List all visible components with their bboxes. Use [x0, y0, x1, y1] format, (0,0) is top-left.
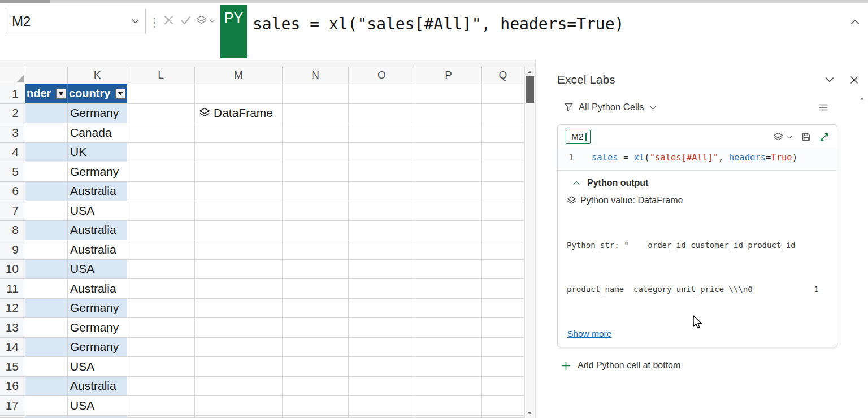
row-number[interactable]: 8	[0, 221, 25, 241]
row-number[interactable]: 12	[0, 299, 25, 319]
grid-cell[interactable]	[349, 396, 415, 416]
grid-cell[interactable]	[127, 279, 195, 299]
card-type-icon[interactable]	[773, 132, 783, 142]
grid-cell[interactable]	[482, 357, 524, 377]
grid-cell[interactable]	[482, 240, 524, 260]
grid-cell[interactable]	[195, 162, 283, 182]
grid-cell[interactable]	[127, 182, 195, 202]
vertical-scrollbar[interactable]	[524, 67, 535, 418]
grid-cell[interactable]	[482, 377, 524, 397]
grid-cell[interactable]	[25, 182, 68, 202]
grid-cell[interactable]	[25, 240, 68, 260]
row-number[interactable]: 3	[0, 123, 25, 143]
code-editor[interactable]: 1 sales = xl("sales[#All]", headers=True…	[558, 148, 837, 170]
grid-cell[interactable]	[415, 396, 482, 416]
row-number[interactable]: 16	[0, 377, 25, 397]
grid-cell[interactable]	[415, 221, 482, 241]
grid-cell[interactable]	[127, 260, 195, 280]
grid-cell[interactable]	[25, 104, 68, 124]
grid-cell[interactable]	[195, 377, 283, 397]
grid-cell[interactable]: USA	[68, 357, 127, 377]
grid-cell[interactable]	[195, 143, 283, 163]
grid-cell[interactable]	[25, 318, 68, 338]
grid-cell[interactable]	[349, 182, 415, 202]
grid-cell[interactable]	[482, 84, 524, 104]
grid-cell[interactable]	[349, 221, 415, 241]
grid-cell[interactable]	[25, 396, 68, 416]
grid-cell[interactable]	[25, 377, 68, 397]
grid-cell[interactable]	[349, 377, 415, 397]
grid-cell[interactable]	[127, 84, 195, 104]
overflow-menu-icon[interactable]	[818, 102, 828, 112]
save-icon[interactable]	[801, 132, 811, 142]
grid-cell[interactable]	[283, 162, 349, 182]
grid-cell[interactable]	[127, 377, 195, 397]
grid-cell[interactable]	[195, 221, 283, 241]
table-header-gender[interactable]: nder	[25, 84, 68, 104]
grid-cell[interactable]	[25, 416, 68, 418]
grid-cell[interactable]	[349, 416, 415, 418]
grid-cell[interactable]	[195, 396, 283, 416]
grid-cell[interactable]	[415, 260, 482, 280]
grid-cell[interactable]	[415, 338, 482, 358]
grid-cell[interactable]	[415, 318, 482, 338]
formula-bar-collapse-icon[interactable]	[850, 17, 860, 27]
grid-cell[interactable]	[349, 318, 415, 338]
grid-cell[interactable]	[127, 201, 195, 221]
grid-cell[interactable]	[127, 143, 195, 163]
grid-cell[interactable]	[283, 143, 349, 163]
grid-cell[interactable]	[482, 338, 524, 358]
table-header-country[interactable]: country	[68, 84, 127, 104]
grid-cell[interactable]: USA	[68, 396, 127, 416]
grid-cell[interactable]	[349, 84, 415, 104]
grid-cell[interactable]	[482, 318, 524, 338]
grid-cell[interactable]	[349, 357, 415, 377]
grid-cell[interactable]	[127, 318, 195, 338]
column-header-P[interactable]: P	[415, 67, 482, 84]
python-cells-filter[interactable]: All Python Cells	[564, 102, 657, 112]
gender-filter-button[interactable]	[56, 89, 66, 99]
card-type-dropdown-icon[interactable]	[787, 134, 793, 140]
grid-cell[interactable]	[25, 143, 68, 163]
name-box-dropdown-icon[interactable]	[131, 17, 140, 25]
grid-cell[interactable]	[127, 299, 195, 319]
grid-cell[interactable]	[127, 357, 195, 377]
column-header-Q[interactable]: Q	[482, 67, 524, 84]
grid-cell[interactable]	[283, 318, 349, 338]
grid-cell[interactable]	[482, 221, 524, 241]
grid-cell[interactable]	[25, 279, 68, 299]
grid-cell[interactable]	[127, 416, 195, 418]
grid-cell[interactable]: Germany	[68, 318, 127, 338]
grid-cell[interactable]	[415, 240, 482, 260]
grid-cell[interactable]	[25, 162, 68, 182]
grid-cell[interactable]	[415, 162, 482, 182]
row-number[interactable]: 15	[0, 357, 25, 377]
grid-cell[interactable]: USA	[68, 201, 127, 221]
grid-cell[interactable]	[127, 104, 195, 124]
panel-close-icon[interactable]	[849, 75, 859, 85]
row-number[interactable]: 13	[0, 318, 25, 338]
grid-cell[interactable]	[127, 162, 195, 182]
scroll-down-arrow[interactable]	[525, 408, 535, 418]
grid-cell[interactable]: Australia	[68, 279, 127, 299]
grid-cell[interactable]	[127, 123, 195, 143]
grid-cell[interactable]	[482, 143, 524, 163]
grid-cell[interactable]: Australia	[68, 182, 127, 202]
grid-cell[interactable]	[195, 318, 283, 338]
grid-cell[interactable]	[349, 143, 415, 163]
grid-cell[interactable]	[195, 416, 283, 418]
python-object-dropdown-icon[interactable]	[209, 18, 215, 24]
grid-cell[interactable]	[283, 357, 349, 377]
row-number[interactable]: 17	[0, 396, 25, 416]
add-python-cell-button[interactable]: Add Python cell at bottom	[561, 360, 868, 371]
panel-scroll-up-arrow[interactable]	[859, 95, 865, 102]
grid-cell[interactable]	[283, 201, 349, 221]
grid-cell[interactable]	[127, 240, 195, 260]
grid-cell[interactable]	[482, 201, 524, 221]
grid-cell[interactable]	[349, 123, 415, 143]
grid-cell[interactable]	[415, 104, 482, 124]
formula-input[interactable]: sales = xl("sales[#All]", headers=True)	[253, 15, 624, 33]
grid-cell[interactable]	[195, 260, 283, 280]
grid-cell[interactable]	[415, 201, 482, 221]
grid-cell[interactable]	[349, 201, 415, 221]
